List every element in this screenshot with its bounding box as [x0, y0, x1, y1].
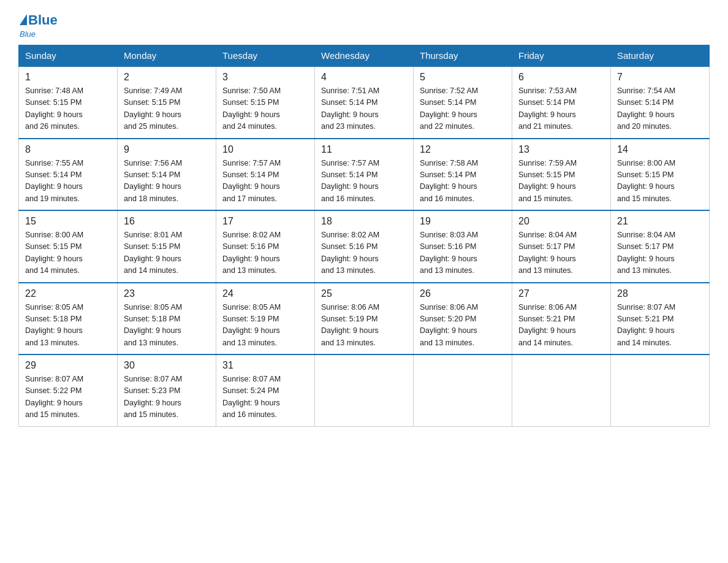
- day-number: 1: [25, 72, 111, 83]
- week-row-4: 22 Sunrise: 8:05 AMSunset: 5:18 PMDaylig…: [19, 283, 710, 355]
- day-cell-2: 2 Sunrise: 7:49 AMSunset: 5:15 PMDayligh…: [118, 66, 216, 139]
- day-info: Sunrise: 8:06 AMSunset: 5:19 PMDaylight:…: [321, 303, 379, 347]
- day-cell-18: 18 Sunrise: 8:02 AMSunset: 5:16 PMDaylig…: [315, 210, 414, 283]
- day-number: 16: [124, 216, 210, 227]
- day-cell-26: 26 Sunrise: 8:06 AMSunset: 5:20 PMDaylig…: [414, 283, 512, 355]
- day-number: 26: [420, 288, 506, 299]
- header-tuesday: Tuesday: [216, 45, 315, 67]
- day-cell-8: 8 Sunrise: 7:55 AMSunset: 5:14 PMDayligh…: [19, 139, 118, 211]
- week-row-1: 1 Sunrise: 7:48 AMSunset: 5:15 PMDayligh…: [19, 66, 710, 139]
- day-info: Sunrise: 7:56 AMSunset: 5:14 PMDaylight:…: [124, 159, 182, 203]
- day-info: Sunrise: 8:07 AMSunset: 5:23 PMDaylight:…: [124, 375, 182, 419]
- day-info: Sunrise: 8:03 AMSunset: 5:16 PMDaylight:…: [420, 231, 478, 275]
- day-info: Sunrise: 7:53 AMSunset: 5:14 PMDaylight:…: [518, 86, 577, 131]
- day-number: 17: [222, 216, 308, 227]
- calendar-table: SundayMondayTuesdayWednesdayThursdayFrid…: [18, 45, 710, 427]
- day-cell-14: 14 Sunrise: 8:00 AMSunset: 5:15 PMDaylig…: [611, 139, 710, 211]
- day-info: Sunrise: 8:00 AMSunset: 5:15 PMDaylight:…: [617, 159, 675, 203]
- day-info: Sunrise: 7:52 AMSunset: 5:14 PMDaylight:…: [420, 86, 478, 131]
- day-info: Sunrise: 7:59 AMSunset: 5:15 PMDaylight:…: [518, 159, 577, 203]
- day-number: 30: [124, 360, 210, 371]
- day-info: Sunrise: 7:54 AMSunset: 5:14 PMDaylight:…: [617, 86, 675, 131]
- day-cell-11: 11 Sunrise: 7:57 AMSunset: 5:14 PMDaylig…: [315, 139, 414, 211]
- day-info: Sunrise: 8:00 AMSunset: 5:15 PMDaylight:…: [25, 231, 83, 275]
- day-cell-30: 30 Sunrise: 8:07 AMSunset: 5:23 PMDaylig…: [118, 354, 216, 426]
- day-number: 29: [25, 360, 111, 371]
- day-info: Sunrise: 7:57 AMSunset: 5:14 PMDaylight:…: [222, 159, 281, 203]
- day-cell-5: 5 Sunrise: 7:52 AMSunset: 5:14 PMDayligh…: [414, 66, 512, 139]
- day-info: Sunrise: 8:01 AMSunset: 5:15 PMDaylight:…: [124, 231, 182, 275]
- day-cell-9: 9 Sunrise: 7:56 AMSunset: 5:14 PMDayligh…: [118, 139, 216, 211]
- day-info: Sunrise: 8:05 AMSunset: 5:18 PMDaylight:…: [25, 303, 83, 347]
- day-number: 20: [518, 216, 604, 227]
- day-number: 19: [420, 216, 506, 227]
- day-cell-27: 27 Sunrise: 8:06 AMSunset: 5:21 PMDaylig…: [512, 283, 611, 355]
- day-info: Sunrise: 8:02 AMSunset: 5:16 PMDaylight:…: [222, 231, 281, 275]
- header-wednesday: Wednesday: [315, 45, 414, 67]
- day-cell-19: 19 Sunrise: 8:03 AMSunset: 5:16 PMDaylig…: [414, 210, 512, 283]
- day-cell-20: 20 Sunrise: 8:04 AMSunset: 5:17 PMDaylig…: [512, 210, 611, 283]
- day-number: 7: [617, 72, 703, 83]
- empty-cell: [414, 354, 512, 426]
- day-info: Sunrise: 8:05 AMSunset: 5:18 PMDaylight:…: [124, 303, 182, 347]
- day-number: 8: [25, 144, 111, 155]
- day-number: 2: [124, 72, 210, 83]
- header-friday: Friday: [512, 45, 611, 67]
- day-info: Sunrise: 7:48 AMSunset: 5:15 PMDaylight:…: [25, 86, 83, 131]
- day-number: 6: [518, 72, 604, 83]
- day-cell-4: 4 Sunrise: 7:51 AMSunset: 5:14 PMDayligh…: [315, 66, 414, 139]
- day-number: 14: [617, 144, 703, 155]
- week-row-5: 29 Sunrise: 8:07 AMSunset: 5:22 PMDaylig…: [19, 354, 710, 426]
- day-number: 9: [124, 144, 210, 155]
- logo-blue-text: Blue: [28, 12, 58, 28]
- day-info: Sunrise: 7:50 AMSunset: 5:15 PMDaylight:…: [222, 86, 281, 131]
- day-info: Sunrise: 8:05 AMSunset: 5:19 PMDaylight:…: [222, 303, 281, 347]
- week-row-2: 8 Sunrise: 7:55 AMSunset: 5:14 PMDayligh…: [19, 139, 710, 211]
- day-cell-17: 17 Sunrise: 8:02 AMSunset: 5:16 PMDaylig…: [216, 210, 315, 283]
- day-number: 15: [25, 216, 111, 227]
- day-number: 21: [617, 216, 703, 227]
- day-info: Sunrise: 8:07 AMSunset: 5:21 PMDaylight:…: [617, 303, 675, 347]
- day-cell-13: 13 Sunrise: 7:59 AMSunset: 5:15 PMDaylig…: [512, 139, 611, 211]
- day-cell-25: 25 Sunrise: 8:06 AMSunset: 5:19 PMDaylig…: [315, 283, 414, 355]
- day-cell-12: 12 Sunrise: 7:58 AMSunset: 5:14 PMDaylig…: [414, 139, 512, 211]
- day-number: 10: [222, 144, 308, 155]
- day-cell-15: 15 Sunrise: 8:00 AMSunset: 5:15 PMDaylig…: [19, 210, 118, 283]
- day-number: 31: [222, 360, 308, 371]
- empty-cell: [512, 354, 611, 426]
- logo-subtitle-text: Blue: [20, 29, 36, 39]
- day-number: 11: [321, 144, 407, 155]
- day-number: 12: [420, 144, 506, 155]
- day-info: Sunrise: 8:02 AMSunset: 5:16 PMDaylight:…: [321, 231, 379, 275]
- day-number: 28: [617, 288, 703, 299]
- day-cell-7: 7 Sunrise: 7:54 AMSunset: 5:14 PMDayligh…: [611, 66, 710, 139]
- day-number: 18: [321, 216, 407, 227]
- day-cell-21: 21 Sunrise: 8:04 AMSunset: 5:17 PMDaylig…: [611, 210, 710, 283]
- day-cell-28: 28 Sunrise: 8:07 AMSunset: 5:21 PMDaylig…: [611, 283, 710, 355]
- week-row-3: 15 Sunrise: 8:00 AMSunset: 5:15 PMDaylig…: [19, 210, 710, 283]
- day-cell-31: 31 Sunrise: 8:07 AMSunset: 5:24 PMDaylig…: [216, 354, 315, 426]
- day-number: 24: [222, 288, 308, 299]
- day-cell-29: 29 Sunrise: 8:07 AMSunset: 5:22 PMDaylig…: [19, 354, 118, 426]
- header-monday: Monday: [118, 45, 216, 67]
- logo-top: Blue: [18, 12, 58, 28]
- day-number: 22: [25, 288, 111, 299]
- day-info: Sunrise: 7:51 AMSunset: 5:14 PMDaylight:…: [321, 86, 379, 131]
- day-info: Sunrise: 8:06 AMSunset: 5:21 PMDaylight:…: [518, 303, 577, 347]
- day-cell-16: 16 Sunrise: 8:01 AMSunset: 5:15 PMDaylig…: [118, 210, 216, 283]
- page-header: Blue Blue: [18, 12, 710, 39]
- day-cell-22: 22 Sunrise: 8:05 AMSunset: 5:18 PMDaylig…: [19, 283, 118, 355]
- header-saturday: Saturday: [611, 45, 710, 67]
- day-info: Sunrise: 7:58 AMSunset: 5:14 PMDaylight:…: [420, 159, 478, 203]
- day-cell-23: 23 Sunrise: 8:05 AMSunset: 5:18 PMDaylig…: [118, 283, 216, 355]
- logo-triangle-icon: [20, 14, 27, 25]
- empty-cell: [315, 354, 414, 426]
- day-number: 4: [321, 72, 407, 83]
- header-thursday: Thursday: [414, 45, 512, 67]
- day-info: Sunrise: 7:55 AMSunset: 5:14 PMDaylight:…: [25, 159, 83, 203]
- calendar-header-row: SundayMondayTuesdayWednesdayThursdayFrid…: [19, 45, 710, 67]
- day-number: 3: [222, 72, 308, 83]
- header-sunday: Sunday: [19, 45, 118, 67]
- logo: Blue Blue: [18, 12, 58, 39]
- day-cell-1: 1 Sunrise: 7:48 AMSunset: 5:15 PMDayligh…: [19, 66, 118, 139]
